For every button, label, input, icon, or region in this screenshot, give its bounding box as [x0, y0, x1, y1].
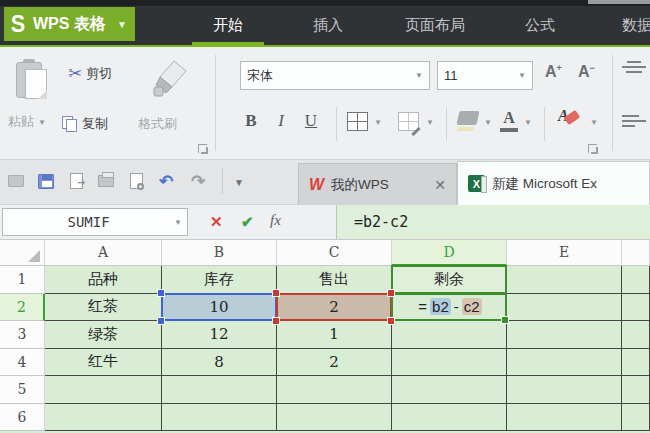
name-box[interactable]: SUMIF ▼ — [2, 208, 188, 236]
font-size-select[interactable]: 11▼ — [437, 61, 533, 90]
cell-E4[interactable] — [507, 349, 622, 377]
format-painter-button[interactable]: 格式刷 — [138, 115, 177, 133]
italic-button[interactable]: I — [268, 111, 294, 131]
cell-F6[interactable] — [622, 404, 650, 432]
green-selection-handle[interactable] — [501, 316, 509, 324]
red-selection-handle[interactable] — [272, 317, 280, 325]
cell-C3[interactable]: 1 — [277, 321, 392, 349]
align-center-icon[interactable] — [622, 61, 646, 77]
row-header-1[interactable]: 1 — [0, 266, 45, 294]
row-header-4[interactable]: 4 — [0, 349, 45, 377]
cell-F4[interactable] — [622, 349, 650, 377]
cell-A2[interactable]: 红茶 — [45, 294, 162, 322]
row-header-6[interactable]: 6 — [0, 404, 45, 432]
export-icon[interactable]: ➜ — [64, 169, 88, 193]
red-selection-handle[interactable] — [272, 289, 280, 297]
format-painter-brush-icon[interactable] — [152, 59, 188, 99]
cell-A6[interactable] — [45, 404, 162, 432]
redo-icon[interactable]: ↷ — [186, 169, 210, 193]
fill-color-icon[interactable] — [457, 111, 480, 125]
chevron-down-icon[interactable]: ▼ — [117, 19, 127, 30]
selected-cell-C2[interactable]: 2 — [276, 293, 392, 322]
cell-F5[interactable] — [622, 376, 650, 404]
cell-A1[interactable]: 品种 — [45, 266, 162, 294]
cell-A3[interactable]: 绿茶 — [45, 321, 162, 349]
clipboard-dialog-launcher-icon[interactable] — [198, 144, 207, 153]
column-header-A[interactable]: A — [45, 240, 162, 266]
cut-button[interactable]: ✂ 剪切 — [68, 63, 112, 84]
decrease-font-button[interactable]: A− — [578, 63, 595, 81]
ribbon-tab-data[interactable]: 数据 — [605, 12, 650, 40]
enter-icon[interactable]: ✔ — [241, 213, 254, 231]
borders-dropdown-icon[interactable]: ▼ — [374, 118, 382, 127]
tab-my-wps[interactable]: W 我的WPS ✕ — [298, 163, 457, 205]
increase-font-button[interactable]: A+ — [545, 63, 562, 81]
print-preview-icon[interactable] — [124, 169, 148, 193]
font-dialog-launcher-icon[interactable] — [588, 144, 597, 153]
cell-A5[interactable] — [45, 376, 162, 404]
name-box-dropdown-icon[interactable]: ▼ — [174, 218, 182, 227]
print-icon[interactable] — [94, 169, 118, 193]
wps-menu-button[interactable]: S WPS 表格 ▼ — [4, 7, 135, 41]
bold-button[interactable]: B — [238, 111, 264, 131]
copy-button[interactable]: 复制 — [62, 115, 108, 133]
cell-D6[interactable] — [392, 404, 507, 432]
cell-B3[interactable]: 12 — [162, 321, 277, 349]
ribbon-tab-page-layout[interactable]: 页面布局 — [385, 12, 485, 40]
select-all-corner[interactable] — [0, 240, 45, 266]
cell-D5[interactable] — [392, 376, 507, 404]
close-icon[interactable]: ✕ — [434, 177, 446, 193]
cell-E2[interactable] — [507, 294, 622, 322]
cell-E5[interactable] — [507, 376, 622, 404]
cell-C6[interactable] — [277, 404, 392, 432]
new-document-icon[interactable] — [4, 169, 28, 193]
column-header-B[interactable]: B — [162, 240, 277, 266]
column-header-E[interactable]: E — [507, 240, 622, 266]
row-header-3[interactable]: 3 — [0, 321, 45, 349]
cell-F2[interactable] — [622, 294, 650, 322]
cell-E1[interactable] — [507, 266, 622, 294]
ribbon-tab-formulas[interactable]: 公式 — [508, 12, 572, 40]
row-header-5[interactable]: 5 — [0, 376, 45, 404]
referenced-cell-D1[interactable]: 剩余 — [391, 265, 507, 294]
cell-B5[interactable] — [162, 376, 277, 404]
insert-function-icon[interactable]: fx — [270, 212, 281, 229]
ribbon-tab-insert[interactable]: 插入 — [296, 12, 360, 40]
column-header-C[interactable]: C — [277, 240, 392, 266]
red-selection-handle[interactable] — [387, 317, 395, 325]
cell-F1[interactable] — [622, 266, 650, 294]
cell-C4[interactable]: 2 — [277, 349, 392, 377]
row-header-2[interactable]: 2 — [0, 294, 45, 322]
cell-D4[interactable] — [392, 349, 507, 377]
cell-C5[interactable] — [277, 376, 392, 404]
paste-icon[interactable] — [16, 59, 48, 101]
cancel-icon[interactable]: ✕ — [210, 213, 223, 231]
align-left-icon[interactable] — [622, 115, 646, 131]
undo-icon[interactable]: ↶ — [154, 169, 178, 193]
formula-input[interactable]: =b2-c2 — [336, 205, 650, 239]
save-icon[interactable] — [34, 169, 58, 193]
selected-cell-B2[interactable]: 10 — [161, 293, 277, 322]
borders-icon[interactable] — [347, 112, 368, 131]
cell-D3[interactable] — [392, 321, 507, 349]
column-header-D[interactable]: D — [392, 240, 507, 266]
cell-B4[interactable]: 8 — [162, 349, 277, 377]
quick-access-dropdown-icon[interactable]: ▼ — [234, 177, 244, 188]
draw-border-icon[interactable] — [398, 112, 419, 131]
paste-button[interactable]: 粘贴▼ — [8, 113, 46, 131]
cell-F3[interactable] — [622, 321, 650, 349]
cell-E3[interactable] — [507, 321, 622, 349]
underline-button[interactable]: U — [298, 111, 324, 131]
cell-B1[interactable]: 库存 — [162, 266, 277, 294]
ribbon-tab-home[interactable]: 开始 — [193, 12, 263, 40]
cell-B6[interactable] — [162, 404, 277, 432]
tab-new-excel-workbook[interactable]: X 新建 Microsoft Ex — [457, 161, 650, 205]
highlight-color-icon[interactable]: A — [558, 107, 569, 125]
blue-selection-handle[interactable] — [157, 289, 165, 297]
font-color-dropdown-icon[interactable]: ▼ — [524, 118, 532, 127]
column-header-partial[interactable] — [622, 240, 650, 266]
cell-A4[interactable]: 红牛 — [45, 349, 162, 377]
font-color-icon[interactable]: A — [500, 109, 518, 132]
draw-border-dropdown-icon[interactable]: ▼ — [426, 118, 434, 127]
highlight-dropdown-icon[interactable]: ▼ — [590, 118, 598, 127]
